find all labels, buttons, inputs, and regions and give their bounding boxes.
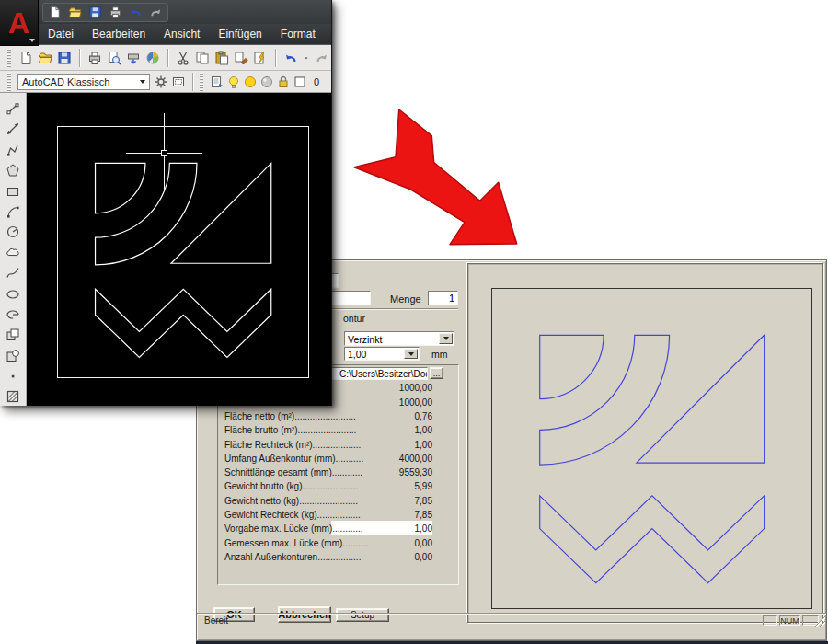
thickness-value: 1,00 — [348, 349, 366, 360]
standard-toolbar — [0, 44, 331, 71]
chevron-down-icon — [443, 337, 449, 340]
thickness-dropdown-button[interactable] — [404, 349, 418, 359]
row-value: 1,00 — [415, 440, 432, 450]
open-folder-icon[interactable] — [38, 51, 52, 65]
toolbar-grip[interactable] — [200, 73, 203, 91]
undo-icon[interactable] — [129, 6, 143, 19]
spline-icon[interactable] — [6, 266, 20, 281]
material-combobox[interactable]: Verzinkt — [344, 331, 454, 346]
row-value: 1,00 — [415, 425, 432, 435]
arc-icon[interactable] — [6, 204, 20, 219]
white-square-icon[interactable] — [293, 75, 307, 89]
layer-name-value: 0 — [314, 76, 319, 87]
quick-access-toolbar — [42, 3, 168, 22]
cut-icon[interactable] — [176, 51, 190, 65]
print-preview-icon[interactable] — [107, 51, 121, 65]
hatch-icon[interactable] — [6, 389, 20, 404]
point-icon[interactable] — [6, 369, 20, 384]
file-path-field[interactable]: C:\Users\Besitzer\Docur — [324, 367, 428, 380]
publish-sphere-icon[interactable] — [145, 51, 160, 65]
resize-grip[interactable] — [815, 615, 825, 627]
save-icon[interactable] — [57, 51, 72, 65]
dropdown-caret-icon[interactable] — [303, 51, 310, 65]
menu-item-ansicht[interactable]: Ansicht — [164, 28, 200, 40]
workspace-value: AutoCAD Klassisch — [22, 76, 109, 87]
match-properties-icon[interactable] — [234, 51, 248, 65]
table-row: Fläche Rechteck (m²)...................1… — [224, 438, 432, 452]
redo-disabled-icon[interactable] — [315, 51, 329, 65]
material-value: Verzinkt — [348, 334, 382, 345]
row-value: 9559,30 — [399, 467, 432, 477]
insert-block-icon[interactable] — [6, 328, 20, 342]
print-icon[interactable] — [109, 6, 122, 19]
menu-item-bearbeiten[interactable]: Bearbeiten — [92, 28, 145, 40]
lock-icon[interactable] — [276, 75, 291, 89]
circle-icon[interactable] — [6, 224, 20, 239]
thickness-combobox[interactable]: 1,00 — [344, 347, 420, 361]
line-icon[interactable] — [6, 101, 20, 116]
gear-icon[interactable] — [154, 75, 168, 89]
row-label: Umfang Außenkontur (mm)........... — [224, 454, 363, 464]
yellow-circle-icon[interactable] — [243, 75, 258, 89]
autocad-logo[interactable]: A — [0, 0, 39, 46]
plot-icon[interactable] — [126, 51, 141, 65]
new-file-icon[interactable] — [48, 6, 62, 19]
canvas-drawing-border — [57, 126, 309, 378]
print-icon[interactable] — [87, 51, 102, 65]
gray-sphere-icon[interactable] — [259, 75, 274, 89]
drawing-canvas[interactable] — [27, 93, 331, 406]
row-value: 5,99 — [415, 481, 432, 491]
row-value: 7,85 — [415, 510, 432, 520]
bulb-icon[interactable] — [226, 75, 241, 89]
menu-item-einfgen[interactable]: Einfügen — [218, 28, 261, 40]
row-value: 1000,00 — [399, 397, 432, 408]
toolbar-grip[interactable] — [7, 73, 11, 91]
ellipse-icon[interactable] — [6, 287, 20, 302]
menu-item-datei[interactable]: Datei — [48, 28, 74, 40]
frame-tool-icon[interactable] — [171, 75, 186, 89]
row-value: 7,85 — [415, 496, 432, 506]
revision-cloud-icon[interactable] — [6, 246, 20, 260]
material-dropdown-button[interactable] — [439, 333, 453, 344]
redo-disabled-icon[interactable] — [149, 6, 163, 19]
crosshair-pickbox — [161, 150, 167, 156]
layer-sheet-icon[interactable] — [210, 75, 224, 89]
chevron-down-icon — [140, 80, 145, 84]
menu-item-format[interactable]: Format — [281, 28, 316, 40]
row-label: Fläche Rechteck (m²)................... — [224, 440, 361, 450]
toolbar-grip[interactable] — [7, 49, 11, 67]
undo-icon[interactable] — [283, 51, 298, 65]
status-panel-num: NUM — [779, 615, 800, 626]
screenshot-stage: Menge 1 ontur Verzinkt 1,00 mm C:\U — [0, 0, 828, 644]
row-label: Schnittlänge gesamt (mm)............ — [224, 467, 362, 477]
rectangle-icon[interactable] — [6, 184, 20, 199]
copy-icon[interactable] — [195, 51, 210, 65]
polygon-icon[interactable] — [6, 163, 20, 178]
table-row: Fläche netto (m²).......................… — [224, 409, 432, 423]
ellipse-arc-icon[interactable] — [6, 307, 20, 322]
paste-icon[interactable] — [214, 51, 229, 65]
file-path-value: C:\Users\Besitzer\Docur — [339, 369, 428, 379]
menge-label: Menge — [390, 293, 421, 305]
browse-button[interactable]: ... — [430, 367, 443, 379]
table-row: Gewicht Rechteck (kg).................7,… — [224, 508, 432, 522]
polyline-icon[interactable] — [6, 143, 20, 157]
table-row[interactable]: Vorgabe max. Lücke (mm)............1,00 — [224, 522, 432, 535]
make-block-icon[interactable] — [6, 349, 20, 363]
quick-select-icon[interactable] — [253, 51, 268, 65]
chevron-down-icon — [29, 39, 35, 42]
status-bar: Bereit NUM — [197, 613, 826, 626]
open-folder-icon[interactable] — [68, 6, 82, 19]
draw-toolbar — [0, 93, 27, 406]
kontur-group-label: ontur — [343, 313, 365, 324]
construction-line-icon[interactable] — [6, 121, 20, 136]
row-label: Fläche netto (m²).......................… — [224, 411, 356, 421]
row-value: 4000,00 — [399, 454, 432, 464]
menge-input[interactable]: 1 — [428, 291, 458, 305]
new-file-icon[interactable] — [18, 51, 33, 65]
preview-drawing — [492, 289, 811, 608]
row-label: Gewicht brutto (kg).....................… — [224, 481, 359, 491]
save-icon[interactable] — [88, 6, 102, 19]
workspace-combobox[interactable]: AutoCAD Klassisch — [17, 74, 150, 90]
table-row: Gewicht brutto (kg).....................… — [224, 479, 432, 493]
